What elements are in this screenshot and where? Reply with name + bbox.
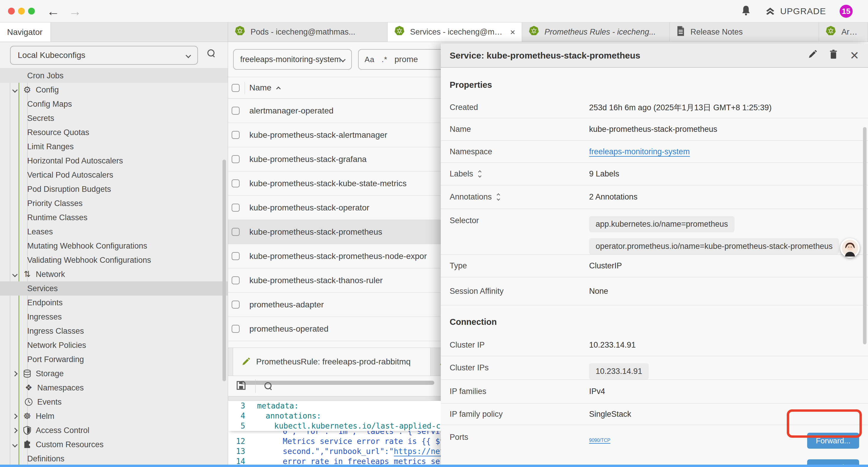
table-row[interactable]: kube-prometheus-stack-grafana — [228, 147, 441, 171]
table-row[interactable]: kube-prometheus-stack-alertmanager — [228, 123, 441, 147]
sidebar-item[interactable]: Definitions — [0, 451, 228, 466]
app-tab[interactable]: Services - icecheng@math... × — [388, 23, 522, 42]
window-zoom-button[interactable] — [28, 8, 35, 14]
notifications-bell-icon[interactable] — [741, 5, 751, 18]
forward-button[interactable]: → — [68, 2, 82, 20]
namespace-select-value: freeleaps-monitoring-system — [240, 55, 341, 64]
sidebar-item[interactable]: Validating Webhook Configurations — [0, 253, 228, 267]
row-checkbox[interactable] — [231, 179, 240, 187]
sidebar-item[interactable]: Secrets — [0, 111, 228, 125]
app-tab[interactable]: Release Notes — [670, 23, 819, 42]
sidebar-item[interactable]: Port Forwarding — [0, 352, 228, 367]
table-row[interactable]: kube-prometheus-stack-kube-state-metrics — [228, 171, 441, 196]
sidebar-item[interactable]: Events — [0, 395, 228, 409]
sidebar-item[interactable]: ☸Helm — [0, 409, 228, 423]
close-icon[interactable]: ✕ — [850, 49, 859, 62]
property-label: Labels — [450, 169, 473, 178]
row-checkbox[interactable] — [231, 204, 240, 212]
app-tab[interactable]: Argo Se — [819, 23, 868, 42]
sidebar-item[interactable]: Endpoints — [0, 296, 228, 310]
chevron-down-icon[interactable] — [12, 442, 18, 447]
table-row[interactable]: kube-prometheus-stack-operator — [228, 196, 441, 220]
chevron-right-icon[interactable] — [12, 428, 18, 433]
yaml-editor[interactable]: 3 metadata: 4 annotations: 5 kubectl.kub… — [228, 401, 441, 467]
namespace-select[interactable]: freeleaps-monitoring-system — [233, 49, 352, 70]
url-link[interactable]: https://net — [394, 447, 441, 456]
sidebar-item[interactable]: Horizontal Pod Autoscalers — [0, 154, 228, 168]
user-avatar[interactable] — [840, 238, 860, 258]
sidebar-scrollbar[interactable] — [222, 159, 226, 381]
namespace-link[interactable]: freeleaps-monitoring-system — [589, 147, 690, 157]
window-close-button[interactable] — [8, 8, 15, 14]
sidebar-item[interactable]: Leases — [0, 225, 228, 239]
line-number: 12 — [228, 437, 253, 446]
window-minimize-button[interactable] — [18, 8, 25, 14]
match-case-toggle[interactable]: Aa — [365, 55, 375, 64]
kubeconfig-select[interactable]: Local Kubeconfigs — [10, 46, 198, 65]
name-column-header[interactable]: Name — [249, 83, 272, 92]
sidebar-item[interactable]: Pod Disruption Budgets — [0, 182, 228, 196]
upgrade-button[interactable]: UPGRADE — [765, 6, 826, 16]
chevron-down-icon[interactable] — [12, 87, 18, 92]
sidebar-item[interactable]: Runtime Classes — [0, 210, 228, 225]
table-row[interactable]: kube-prometheus-stack-prometheus-node-ex… — [228, 244, 441, 268]
sidebar-item[interactable]: Services — [0, 282, 228, 296]
editor-search-button[interactable] — [264, 382, 273, 390]
save-button[interactable] — [235, 380, 247, 392]
sidebar-item[interactable]: Network Policies — [0, 338, 228, 352]
sidebar-item[interactable]: Vertical Pod Autoscalers — [0, 168, 228, 182]
sidebar-item[interactable]: Ingresses — [0, 310, 228, 324]
row-checkbox[interactable] — [231, 276, 240, 284]
editor-tab-partial[interactable] — [433, 348, 441, 376]
service-name: kube-prometheus-stack-kube-state-metrics — [228, 179, 406, 188]
sidebar-item[interactable]: Priority Classes — [0, 196, 228, 210]
row-checkbox[interactable] — [231, 131, 240, 139]
tab-close-icon[interactable]: × — [510, 27, 515, 37]
select-all-checkbox[interactable] — [231, 84, 240, 92]
search-input[interactable]: prome — [395, 55, 418, 64]
sidebar-item[interactable]: Access Control — [0, 423, 228, 437]
row-checkbox[interactable] — [231, 252, 240, 260]
row-checkbox[interactable] — [231, 107, 240, 115]
row-checkbox[interactable] — [231, 300, 240, 309]
row-checkbox[interactable] — [231, 155, 240, 163]
sidebar-item[interactable]: Cron Jobs — [0, 68, 228, 83]
chevron-down-icon[interactable] — [12, 272, 18, 277]
sidebar-item[interactable]: Resource Quotas — [0, 125, 228, 140]
sidebar-item[interactable]: Config Maps — [0, 97, 228, 111]
table-row[interactable]: prometheus-operated — [228, 317, 441, 341]
navigator-tab[interactable]: Navigator — [0, 23, 51, 42]
edit-icon[interactable] — [808, 50, 817, 61]
search-box[interactable]: Aa .* prome — [358, 49, 447, 70]
chevron-right-icon[interactable] — [12, 413, 18, 419]
app-tab[interactable]: Prometheus Rules - icecheng... — [522, 23, 670, 42]
kubeconfig-select-value: Local Kubeconfigs — [18, 51, 85, 60]
sidebar-item[interactable]: Ingress Classes — [0, 324, 228, 338]
back-button[interactable]: ← — [47, 2, 60, 20]
sidebar-item[interactable]: Mutating Webhook Configurations — [0, 239, 228, 253]
table-row[interactable]: prometheus-adapter — [228, 293, 441, 317]
chevron-right-icon[interactable] — [12, 371, 18, 376]
sidebar-item[interactable]: ⇅Network — [0, 267, 228, 282]
sidebar-item[interactable]: ⚙Config — [0, 83, 228, 97]
regex-toggle[interactable]: .* — [382, 55, 387, 64]
sidebar-item[interactable]: Custom Resources — [0, 437, 228, 451]
notification-count-badge[interactable]: 15 — [840, 5, 852, 18]
table-row[interactable]: kube-prometheus-stack-thanos-ruler — [228, 268, 441, 293]
delete-trash-icon[interactable] — [829, 49, 838, 61]
row-checkbox[interactable] — [231, 325, 240, 333]
table-row[interactable]: kube-prometheus-stack-prometheus — [228, 220, 441, 244]
sidebar-item[interactable]: ❖Namespaces — [0, 381, 228, 395]
editor-tab-active[interactable]: PrometheusRule: freeleaps-prod-rabbitmq — [233, 348, 431, 376]
table-row[interactable]: alertmanager-operated — [228, 99, 441, 123]
sort-ascending-icon[interactable] — [276, 86, 281, 91]
app-tab[interactable]: Pods - icecheng@mathmas... — [228, 23, 388, 42]
row-checkbox[interactable] — [231, 228, 240, 236]
sidebar-item[interactable]: Storage — [0, 367, 228, 381]
sort-updown-icon[interactable] — [478, 171, 481, 177]
sidebar-item[interactable]: Limit Ranges — [0, 140, 228, 154]
port-link[interactable]: 9090/TCP — [589, 438, 610, 444]
detail-panel-scrollbar[interactable] — [863, 127, 867, 344]
sidebar-search-icon[interactable] — [207, 49, 216, 58]
sort-updown-icon[interactable] — [497, 194, 500, 200]
